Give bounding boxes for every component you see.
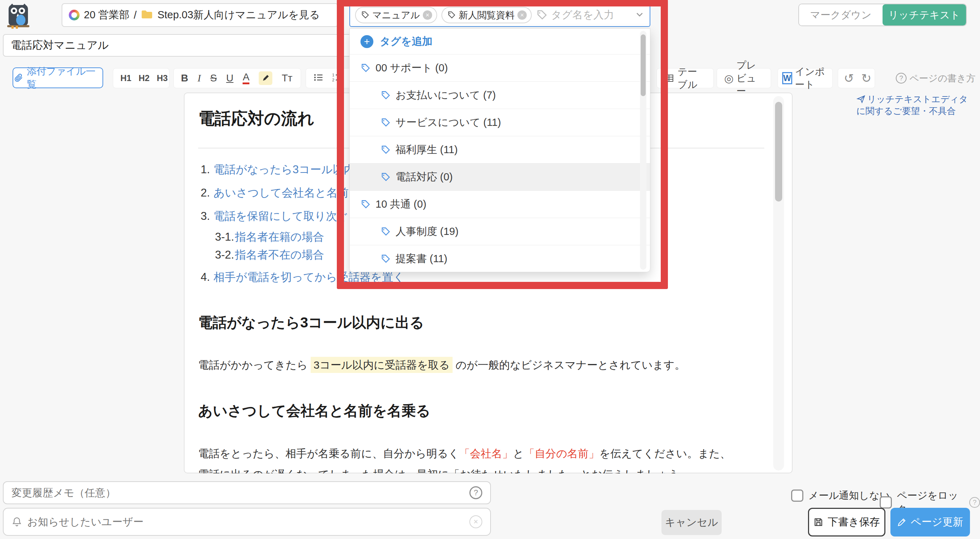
tag-input-placeholder: タグ名を入力 (551, 8, 614, 22)
question-icon (896, 73, 907, 84)
page-help-link[interactable]: ページの書き方 (896, 68, 975, 88)
table-button[interactable]: テーブル (656, 68, 714, 88)
save-draft-button[interactable]: 下書き保存 (808, 508, 885, 536)
remove-tag-icon[interactable] (517, 10, 527, 20)
clear-icon[interactable] (469, 515, 482, 528)
chevron-down-icon[interactable] (635, 9, 644, 21)
memo-help-icon[interactable] (469, 486, 482, 499)
tag-option-highlighted[interactable]: 電話対応 (0) (350, 164, 650, 191)
toc-link[interactable]: 指名者不在の場合 (235, 249, 324, 261)
toc-number: 3-1. (215, 231, 234, 243)
feedback-label: リッチテキストエディタに関するご要望・不具合 (856, 94, 968, 116)
update-page-label: ページ更新 (911, 515, 963, 529)
toc-subitem: 3-2.指名者不在の場合 (215, 247, 324, 263)
lock-help-icon[interactable] (969, 497, 980, 508)
paragraph-text: 電話をとったら、相手が名乗る前に、自分から明るく (198, 448, 459, 459)
preview-button[interactable]: ◎ プレビュー (717, 68, 771, 88)
tag-icon (380, 226, 391, 237)
toc-link[interactable]: 指名者在籍の場合 (235, 231, 324, 243)
cancel-button[interactable]: キャンセル (662, 510, 722, 535)
clipped-paragraph: 電話に出るのが遅くなってしまった場合は、最初に「お待たせいたしました」とお伝えし… (198, 467, 757, 474)
tag-option-label: サービスについて (11) (396, 115, 501, 130)
group-icon (69, 10, 80, 21)
tag-dropdown: タグを追加 00 サポート (0) お支払いについて (7) サービスについて … (349, 28, 650, 272)
tag-name-input[interactable]: タグ名を入力 (536, 8, 614, 22)
notify-users-field[interactable] (3, 508, 491, 536)
heading-group: H1 H2 H3 (113, 68, 170, 88)
tag-option[interactable]: 人事制度 (19) (350, 218, 650, 245)
change-memo-field[interactable] (3, 481, 491, 504)
attachments-button[interactable]: 添付ファイル一覧 (13, 67, 103, 88)
breadcrumb-group: 20 営業部 (84, 8, 129, 22)
paperclip-icon (13, 73, 23, 83)
svg-text:1: 1 (332, 73, 334, 77)
format-group: B I S U A Tт (173, 68, 301, 88)
toc-link[interactable]: 電話を保留にして取り次ぐ (213, 210, 348, 222)
tag-icon (536, 9, 547, 21)
tag-option[interactable]: 10 共通 (0) (350, 191, 650, 218)
toc-number: 3. (200, 210, 210, 222)
breadcrumb-separator: / (134, 9, 137, 21)
tag-input[interactable]: マニュアル 新人閲覧資料 タグ名を入力 (349, 3, 650, 27)
breadcrumb-folder: Step.03新人向けマニュアルを見る (157, 8, 320, 22)
tag-option-label: 00 サポート (0) (375, 61, 448, 75)
toc-link[interactable]: 相手が電話を切ってから受話器を置く (213, 271, 404, 283)
import-button[interactable]: W インポート (778, 68, 833, 88)
tag-option-label: 福利厚生 (11) (396, 143, 458, 157)
undo-icon[interactable]: ↺ (844, 71, 854, 85)
lock-page-checkbox[interactable] (880, 496, 892, 509)
no-email-checkbox[interactable] (791, 490, 803, 502)
help-label: ページの書き方 (909, 72, 975, 85)
h2-button[interactable]: H2 (139, 73, 150, 83)
pencil-icon (897, 517, 907, 527)
italic-button[interactable]: I (197, 72, 200, 84)
import-label: インポート (795, 65, 828, 91)
word-icon: W (782, 72, 792, 84)
tag-option[interactable]: お支払いについて (7) (350, 82, 650, 109)
tag-option[interactable]: 00 サポート (0) (350, 54, 650, 82)
paragraph-text: と (513, 448, 524, 459)
attachments-label: 添付ファイル一覧 (27, 65, 102, 91)
bullet-list-button[interactable] (313, 72, 324, 84)
strikethrough-button[interactable]: S (210, 72, 217, 84)
tag-icon (380, 145, 391, 155)
tag-icon (380, 118, 391, 128)
text-size-button[interactable]: Tт (282, 72, 293, 84)
underline-button[interactable]: U (226, 72, 233, 84)
text-color-button[interactable]: A (243, 72, 250, 84)
tag-option[interactable]: 提案書 (11) (350, 245, 650, 272)
scrollbar-thumb[interactable] (775, 102, 782, 201)
app-logo-owl-icon[interactable] (6, 3, 30, 29)
tag-option[interactable]: サービスについて (11) (350, 109, 650, 136)
toc-number: 2. (200, 187, 210, 199)
plus-icon (361, 35, 373, 48)
h1-button[interactable]: H1 (120, 73, 132, 83)
remove-tag-icon[interactable] (423, 10, 432, 20)
tag-option-label: 人事制度 (19) (396, 225, 459, 239)
change-memo-input[interactable] (11, 487, 465, 499)
red-text: 「会社名」 (459, 448, 513, 459)
editor-feedback-link[interactable]: リッチテキストエディタに関するご要望・不具合 (856, 93, 977, 117)
tag-option[interactable]: 福利厚生 (11) (350, 136, 650, 164)
add-tag-button[interactable]: タグを追加 (350, 29, 650, 54)
toc-number: 4. (200, 271, 210, 283)
tag-option-label: 電話対応 (0) (396, 170, 453, 184)
tag-option-label: 提案書 (11) (396, 252, 447, 266)
tag-chip-label: 新人閲覧資料 (459, 9, 515, 22)
highlighter-button[interactable] (259, 71, 272, 85)
h3-button[interactable]: H3 (157, 73, 168, 83)
notify-users-input[interactable] (27, 516, 465, 528)
tag-icon (380, 254, 391, 264)
add-tag-label: タグを追加 (380, 34, 433, 49)
highlighted-text: 3コール以内に受話器を取る (311, 357, 453, 373)
numbered-list-button[interactable]: 12 (332, 72, 342, 84)
breadcrumb[interactable]: 20 営業部 / Step.03新人向けマニュアルを見る (62, 3, 338, 27)
update-page-button[interactable]: ページ更新 (891, 508, 970, 536)
richtext-mode-button[interactable]: リッチテキスト (883, 4, 966, 26)
bold-button[interactable]: B (181, 72, 188, 84)
dropdown-scrollbar-thumb[interactable] (641, 34, 646, 96)
redo-icon[interactable]: ↻ (861, 71, 872, 85)
red-text: 「自分の名前」 (524, 448, 600, 459)
markdown-mode-button[interactable]: マークダウン (799, 4, 883, 26)
doc-heading-2: 電話がなったら3コール以内に出る (198, 313, 424, 332)
